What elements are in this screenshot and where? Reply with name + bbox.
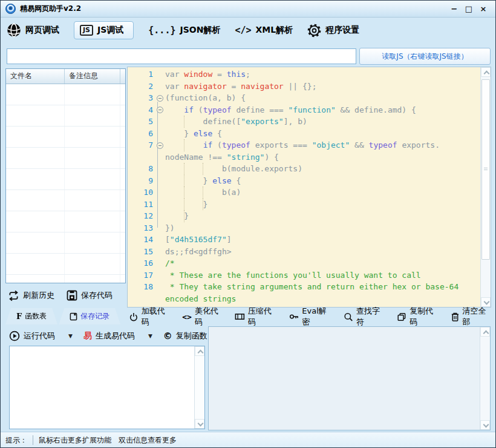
file-table[interactable]: 文件名 备注信息: [5, 68, 126, 283]
fold-toggle-icon[interactable]: [157, 95, 163, 102]
eval-decrypt-label: Eval解密: [302, 306, 332, 328]
status-text: 鼠标右击更多扩展功能 双击信息查看更多: [39, 435, 177, 446]
window-title: 精易网页助手v2.2: [20, 4, 447, 14]
table-row[interactable]: [6, 127, 125, 148]
tab-xml-parse-label: XML解析: [255, 25, 293, 36]
result-textarea[interactable]: [9, 346, 205, 429]
load-code-button[interactable]: 加载代码: [129, 306, 171, 328]
file-icon: [70, 312, 77, 321]
save-code-button[interactable]: 保存代码: [67, 290, 113, 301]
key-icon: [289, 312, 299, 321]
run-dropdown-icon[interactable]: ▼: [68, 333, 73, 339]
table-row[interactable]: [6, 148, 125, 169]
table-row[interactable]: [6, 275, 125, 283]
code-line[interactable]: 1var window = this;: [128, 68, 480, 81]
table-row[interactable]: [6, 254, 125, 275]
tab-function-table[interactable]: F 函数表: [5, 308, 57, 324]
code-line[interactable]: 12 }: [128, 210, 480, 222]
result-scrollbar[interactable]: [194, 346, 204, 429]
tab-save-records[interactable]: 保存记录: [59, 308, 120, 324]
easy-lang-icon: 易: [83, 331, 92, 341]
output-panel[interactable]: [208, 326, 491, 430]
copy-code-button[interactable]: 复制代码: [397, 306, 439, 328]
generate-easy-code-button[interactable]: 易 生成易代码: [83, 331, 135, 341]
scroll-down-icon[interactable]: [195, 419, 204, 429]
code-line[interactable]: 15ds;;fd<gdffgh>: [128, 246, 480, 258]
column-header-remarks[interactable]: 备注信息: [65, 69, 120, 84]
main-toolbar: 网页调试 JS JS调试 {...} JSON解析 </> XML解析 程序设置: [1, 18, 495, 43]
code-line[interactable]: 11 }: [128, 199, 480, 211]
column-header-filename[interactable]: 文件名: [6, 69, 65, 84]
tab-web-debug[interactable]: 网页调试: [7, 23, 59, 38]
copy-code-label: 复制代码: [410, 306, 439, 328]
code-line[interactable]: 8 b(module.exports): [128, 163, 480, 175]
status-divider: [33, 435, 33, 445]
table-row[interactable]: [6, 169, 125, 190]
url-input[interactable]: [7, 48, 356, 64]
beautify-code-label: 美化代码: [195, 306, 223, 328]
minimize-button[interactable]: −: [447, 3, 462, 15]
output-scrollbar[interactable]: [480, 327, 490, 430]
clear-all-button[interactable]: 清空全部: [451, 306, 492, 328]
search-icon: [344, 312, 353, 322]
scroll-up-icon[interactable]: [195, 346, 204, 356]
code-line[interactable]: 18 * They take string arguments and retu…: [128, 281, 480, 293]
refresh-history-button[interactable]: 刷新历史: [8, 290, 54, 301]
close-button[interactable]: ×: [476, 3, 491, 15]
code-tag-icon: </>: [235, 25, 251, 36]
table-row[interactable]: [6, 190, 125, 211]
gear-icon: [307, 24, 321, 38]
code-line[interactable]: 7 if (typeof exports === "object" && typ…: [128, 139, 480, 151]
read-js-button[interactable]: 读取JS（右键读取JS链接）: [359, 48, 491, 65]
code-line[interactable]: nodeName !== "string") {: [128, 151, 480, 163]
maximize-button[interactable]: □: [462, 3, 476, 15]
tab-settings[interactable]: 程序设置: [307, 24, 359, 38]
table-row[interactable]: [6, 105, 125, 127]
run-code-button[interactable]: 运行代码: [9, 331, 55, 341]
angle-brackets-icon: <>: [182, 312, 192, 321]
code-line[interactable]: 6 } else {: [128, 128, 480, 140]
copy-function-button[interactable]: © 复制函数: [163, 331, 207, 341]
code-line[interactable]: 3(function(a, b) {: [128, 92, 480, 104]
table-row[interactable]: [6, 232, 125, 254]
compress-code-button[interactable]: 压缩代码: [235, 306, 277, 328]
code-line[interactable]: 5 define(["exports"], b): [128, 116, 480, 128]
scroll-down-icon[interactable]: [480, 420, 490, 430]
tab-js-debug[interactable]: JS JS调试: [74, 21, 134, 39]
tab-save-records-label: 保存记录: [80, 311, 109, 321]
find-text-button[interactable]: 查找字符: [344, 306, 385, 328]
eval-decrypt-button[interactable]: Eval解密: [289, 306, 333, 328]
code-line[interactable]: encoded strings: [128, 293, 480, 305]
trash-icon: [451, 312, 460, 322]
code-line[interactable]: 9 } else {: [128, 175, 480, 187]
code-line[interactable]: 16/*: [128, 257, 480, 269]
tab-xml-parse[interactable]: </> XML解析: [235, 25, 293, 36]
find-text-label: 查找字符: [356, 306, 385, 328]
tab-json-parse[interactable]: {...} JSON解析: [148, 25, 220, 36]
beautify-code-button[interactable]: <> 美化代码: [182, 306, 223, 328]
code-line[interactable]: 13}): [128, 222, 480, 234]
file-table-header: 文件名 备注信息: [6, 69, 125, 84]
code-scrollbar-thumb[interactable]: [481, 79, 490, 260]
code-line[interactable]: 14["d4h5165df7"]: [128, 234, 480, 246]
save-icon: [67, 290, 77, 301]
run-code-label: 运行代码: [24, 331, 55, 341]
refresh-history-label: 刷新历史: [23, 290, 54, 301]
app-logo-icon: [5, 4, 16, 14]
code-line[interactable]: 17 * These are the functions you'll usua…: [128, 269, 480, 282]
globe-icon: [7, 23, 21, 38]
code-scrollbar[interactable]: [480, 67, 491, 307]
table-row[interactable]: [6, 211, 125, 232]
scroll-up-icon[interactable]: [481, 67, 491, 77]
fold-toggle-icon[interactable]: [157, 142, 163, 149]
code-line[interactable]: 2var navigator = navigator || {};: [128, 81, 480, 93]
clear-all-label: 清空全部: [463, 306, 492, 328]
scroll-up-icon[interactable]: [480, 327, 490, 337]
code-line[interactable]: 10 b(a): [128, 186, 480, 199]
generate-dropdown-icon[interactable]: ▼: [148, 333, 152, 339]
fold-toggle-icon[interactable]: [157, 107, 163, 113]
compress-icon: [235, 312, 245, 321]
code-editor[interactable]: 1var window = this;2var navigator = navi…: [128, 67, 491, 307]
table-row[interactable]: [6, 84, 125, 105]
code-line[interactable]: 4 if (typeof define === "function" && de…: [128, 104, 480, 116]
